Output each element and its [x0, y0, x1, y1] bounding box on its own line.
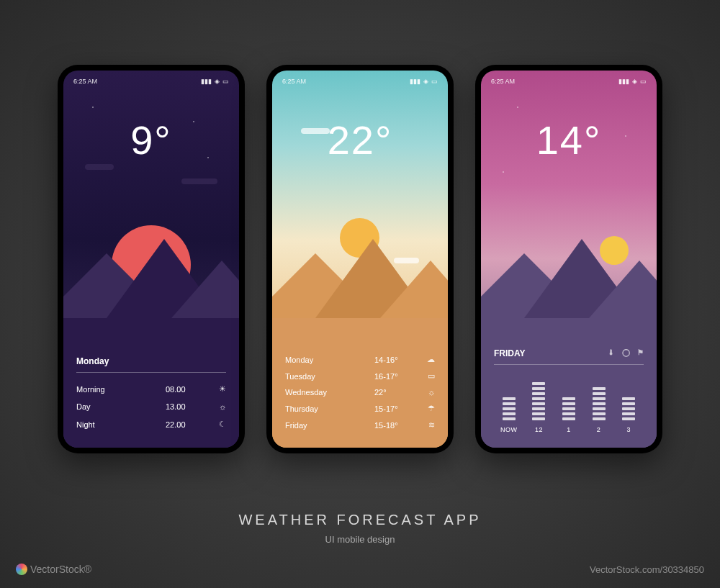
status-icons: ▮▮▮ ◈ ▭	[410, 78, 438, 85]
screen-day[interactable]: 6:25 AM ▮▮▮ ◈ ▭ 22° Monday 14-16° ☁	[272, 71, 448, 448]
row-value: 13.00	[166, 402, 209, 411]
sun-icon: ☼	[418, 388, 435, 397]
phone-night: 6:25 AM ▮▮▮ ◈ ▭ 9° Monday Morning	[58, 65, 245, 453]
hour-column[interactable]: 2	[584, 381, 614, 433]
vectorstock-logo-icon	[16, 564, 27, 575]
panel-header: FRIDAY 🌡 ◯ ⚑	[494, 348, 644, 365]
fog-icon: ≋	[418, 420, 435, 430]
row-label: Tuesday	[285, 372, 374, 381]
status-bar: 6:25 AM ▮▮▮ ◈ ▭	[272, 71, 448, 88]
row-label: Thursday	[285, 404, 374, 413]
hour-label: 2	[597, 426, 601, 433]
panel-header: Monday	[76, 356, 226, 373]
forecast-panel[interactable]: Monday 14-16° ☁ Tuesday 16-17° ▭ Wednesd…	[285, 351, 435, 433]
mountains	[63, 232, 239, 318]
rain-icon: ☂	[418, 404, 435, 413]
forecast-row[interactable]: Wednesday 22° ☼	[285, 384, 435, 400]
row-label: Night	[76, 420, 166, 429]
cloud-icon	[85, 164, 114, 170]
status-bar: 6:25 AM ▮▮▮ ◈ ▭	[63, 71, 239, 88]
forecast-row[interactable]: Day 13.00 ☼	[76, 398, 226, 415]
row-value: 08.00	[166, 385, 209, 394]
screen-night[interactable]: 6:25 AM ▮▮▮ ◈ ▭ 9° Monday Morning	[63, 71, 239, 448]
status-time: 6:25 AM	[282, 78, 306, 85]
mountains	[272, 232, 448, 318]
signal-icon: ▮▮▮	[618, 78, 629, 85]
row-label: Day	[76, 402, 166, 411]
status-bar: 6:25 AM ▮▮▮ ◈ ▭	[481, 71, 657, 88]
hour-column[interactable]: 3	[613, 381, 644, 433]
forecast-row[interactable]: Thursday 15-17° ☂	[285, 400, 435, 417]
cloud-icon	[301, 128, 330, 134]
cloud-icon	[181, 178, 217, 184]
status-icons: ▮▮▮ ◈ ▭	[618, 78, 647, 85]
wifi-icon: ◈	[632, 78, 637, 85]
phone-day: 6:25 AM ▮▮▮ ◈ ▭ 22° Monday 14-16° ☁	[266, 65, 454, 453]
temperature: 9°	[63, 117, 239, 163]
row-value: 22°	[374, 388, 418, 397]
footer: WEATHER FORECAST APP UI mobile design	[0, 512, 720, 545]
status-icons: ▮▮▮ ◈ ▭	[201, 78, 229, 85]
row-label: Wednesday	[285, 388, 374, 397]
thermometer-icon[interactable]: 🌡	[608, 348, 615, 358]
hour-label: 1	[567, 426, 571, 433]
moon-icon: ☾	[209, 420, 226, 429]
watermark-left: VectorStock®	[16, 564, 91, 575]
forecast-row[interactable]: Morning 08.00 ☀	[76, 380, 226, 398]
row-label: Monday	[285, 356, 374, 364]
forecast-row[interactable]: Monday 14-16° ☁	[285, 351, 435, 368]
hour-column[interactable]: NOW	[494, 381, 524, 433]
hour-column[interactable]: 12	[524, 381, 554, 433]
wind-icon[interactable]: ⚑	[637, 348, 644, 358]
battery-icon: ▭	[431, 78, 438, 85]
sun-icon: ☼	[209, 402, 226, 411]
wifi-icon: ◈	[423, 78, 428, 85]
hour-label: 12	[535, 426, 543, 433]
temperature: 14°	[481, 117, 657, 163]
footer-title: WEATHER FORECAST APP	[0, 512, 720, 528]
hour-column[interactable]: 1	[554, 381, 584, 433]
footer-subtitle: UI mobile design	[0, 534, 720, 545]
row-value: 15-18°	[374, 421, 418, 430]
watermark-right: VectorStock.com/30334850	[590, 564, 704, 575]
compass-icon[interactable]: ◯	[622, 348, 630, 358]
row-value: 16-17°	[374, 372, 418, 381]
mountains	[481, 232, 657, 318]
forecast-row[interactable]: Tuesday 16-17° ▭	[285, 368, 435, 384]
forecast-row[interactable]: Friday 15-18° ≋	[285, 417, 435, 433]
hourly-chart[interactable]: NOW12123	[494, 376, 644, 433]
signal-icon: ▮▮▮	[201, 78, 212, 85]
sunrise-icon: ☀	[209, 384, 226, 394]
row-label: Morning	[76, 385, 166, 394]
row-value: 14-16°	[374, 356, 418, 364]
battery-icon: ▭	[222, 78, 229, 85]
signal-icon: ▮▮▮	[410, 78, 420, 85]
forecast-panel[interactable]: Monday Morning 08.00 ☀ Day 13.00 ☼ Night…	[76, 356, 226, 433]
overcast-icon: ▭	[418, 371, 435, 381]
row-value: 22.00	[166, 420, 209, 429]
hour-label: NOW	[500, 426, 518, 433]
status-time: 6:25 AM	[73, 78, 97, 85]
battery-icon: ▭	[640, 78, 647, 85]
screen-dusk[interactable]: 6:25 AM ▮▮▮ ◈ ▭ 14° FRIDAY 🌡	[481, 71, 657, 448]
panel-day: FRIDAY	[494, 348, 526, 358]
row-label: Friday	[285, 421, 374, 430]
row-value: 15-17°	[374, 404, 418, 413]
temperature: 22°	[272, 117, 448, 163]
phone-dusk: 6:25 AM ▮▮▮ ◈ ▭ 14° FRIDAY 🌡	[475, 65, 662, 453]
hourly-panel[interactable]: FRIDAY 🌡 ◯ ⚑ NOW12123	[494, 348, 644, 433]
forecast-row[interactable]: Night 22.00 ☾	[76, 415, 226, 433]
hour-label: 3	[626, 426, 631, 433]
wifi-icon: ◈	[215, 78, 220, 85]
cloud-icon: ☁	[418, 355, 435, 364]
status-time: 6:25 AM	[491, 78, 515, 85]
